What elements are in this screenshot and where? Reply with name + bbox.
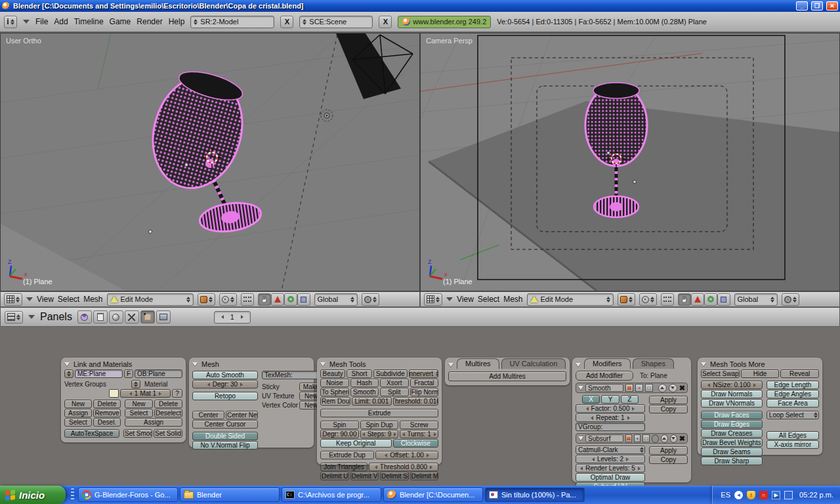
vgroup-deselect-button[interactable]: Desel.: [93, 418, 121, 427]
viewport-type-button[interactable]: [424, 293, 442, 306]
retopo-toggle[interactable]: Retopo: [192, 392, 258, 400]
taskbar-task-folder[interactable]: Blender: [180, 488, 280, 502]
viewport-3d-left[interactable]: Z x User Ortho (1) Plane: [0, 33, 420, 291]
draw-type-button[interactable]: [618, 293, 635, 306]
join-threshold-field[interactable]: Threshold 0.800: [369, 463, 438, 471]
taskbar-task-chrome[interactable]: G-Blender-Foros - Go...: [78, 488, 178, 502]
rotate-manipulator-button[interactable]: [704, 293, 717, 306]
screen-selector[interactable]: SR:2-Model: [190, 16, 274, 28]
mode-dropdown[interactable]: Edit Mode: [107, 293, 194, 306]
pivot-button[interactable]: [639, 293, 657, 306]
draw-faces-toggle[interactable]: Draw Faces: [701, 411, 763, 419]
collapse-triangle-icon[interactable]: [28, 315, 35, 319]
taskbar-task-blender[interactable]: Blender [C:\Documen...: [383, 488, 483, 502]
nsize-field[interactable]: NSize: 0.100: [701, 381, 763, 389]
offset-field[interactable]: Offset: 1.00: [375, 451, 438, 459]
draw-edges-toggle[interactable]: Draw Edges: [701, 420, 763, 429]
minimize-button[interactable]: _: [796, 1, 808, 10]
vgroup-assign-button[interactable]: Assign: [64, 409, 92, 417]
set-smooth-button[interactable]: Set Smoot: [123, 429, 152, 438]
tab-modifiers[interactable]: Modifiers: [584, 358, 631, 369]
smooth-x-toggle[interactable]: X: [582, 395, 600, 404]
restore-button[interactable]: ❐: [811, 1, 823, 10]
proportional-edit-button[interactable]: [661, 293, 674, 306]
render-preview-button[interactable]: [782, 293, 799, 306]
smooth-z-toggle[interactable]: Z: [621, 395, 639, 404]
keep-original-toggle[interactable]: Keep Original: [320, 439, 392, 448]
vgroup-new-button[interactable]: New: [64, 400, 92, 408]
add-multires-button[interactable]: Add Multires: [448, 371, 566, 381]
tab-shapes[interactable]: Shapes: [633, 358, 674, 369]
material-index-field[interactable]: 1 Mat 1: [120, 389, 171, 398]
smooth-vgroup-field[interactable]: VGroup:: [576, 423, 645, 431]
editing-context-button[interactable]: [140, 310, 155, 324]
panel-collapse-icon[interactable]: [576, 363, 581, 367]
to-sphere-button[interactable]: To Sphere: [320, 388, 349, 396]
hash-button[interactable]: Hash: [350, 379, 379, 387]
delimit-uv-toggle[interactable]: Delimit UV: [320, 472, 349, 480]
menu-mesh[interactable]: Mesh: [503, 295, 522, 304]
split-button[interactable]: Split: [380, 388, 409, 396]
smooth-y-toggle[interactable]: Y: [601, 395, 619, 404]
smooth-button[interactable]: Smooth: [350, 388, 379, 396]
collapse-triangle-icon[interactable]: [23, 20, 30, 24]
optimal-draw-toggle[interactable]: Optimal Draw: [576, 473, 645, 482]
subsurf-type-dropdown[interactable]: Catmull-Clark: [576, 446, 645, 454]
rem-doubles-button[interactable]: Rem Doubl: [320, 397, 350, 406]
subdivide-button[interactable]: Subdivide: [373, 369, 408, 378]
taskbar-task-cmd[interactable]: C: C:\Archivos de progr...: [282, 488, 381, 502]
collapse-triangle-icon[interactable]: [446, 297, 453, 301]
mode-dropdown[interactable]: Edit Mode: [527, 293, 614, 306]
draw-vnormals-toggle[interactable]: Draw VNormals: [701, 399, 763, 408]
modifier-name-field[interactable]: Subsurf: [585, 434, 623, 442]
taskbar-task-paint[interactable]: Sin título (100%) - Pa...: [485, 488, 585, 502]
turns-field[interactable]: Turns: 1: [400, 430, 438, 438]
orientation-dropdown[interactable]: Global: [314, 293, 358, 306]
orientation-dropdown[interactable]: Global: [734, 293, 778, 306]
logic-context-button[interactable]: [77, 310, 92, 324]
clockwise-toggle[interactable]: Clockwise: [393, 439, 438, 448]
rotate-manipulator-button[interactable]: [284, 293, 297, 306]
flip-normal-button[interactable]: Flip Normal: [410, 388, 439, 396]
material-browse-button[interactable]: [131, 380, 140, 388]
material-color-swatch[interactable]: [109, 389, 119, 398]
render-toggle-icon[interactable]: [625, 434, 632, 442]
center-new-button[interactable]: Center New: [226, 411, 258, 419]
translate-manipulator-button[interactable]: [271, 293, 284, 306]
viewport-left-canvas[interactable]: Z x: [1, 33, 419, 291]
editmode-toggle-icon[interactable]: □: [645, 384, 653, 392]
spin-dup-button[interactable]: Spin Dup: [360, 421, 399, 429]
x-axis-mirror-toggle[interactable]: X-axis mirror: [766, 440, 819, 449]
center-button[interactable]: Center: [192, 411, 224, 419]
spin-degr-field[interactable]: Degr: 90.00: [320, 430, 359, 438]
subsurf-render-levels-field[interactable]: Render Levels: 5: [576, 464, 645, 472]
extrude-button[interactable]: Extrude: [320, 409, 438, 417]
panel-collapse-icon[interactable]: [701, 362, 706, 366]
media-icon[interactable]: ▶: [772, 491, 780, 499]
panel-collapse-icon[interactable]: [64, 362, 70, 366]
viewport-right-canvas[interactable]: Z x: [421, 33, 839, 291]
xsort-button[interactable]: Xsort: [380, 379, 409, 387]
start-button[interactable]: Inicio: [0, 486, 66, 504]
scale-manipulator-button[interactable]: [297, 293, 310, 306]
delete-modifier-icon[interactable]: ✖: [679, 384, 685, 392]
subsurf-levels-field[interactable]: Levels: 2: [576, 455, 645, 463]
subsurf-apply-button[interactable]: Apply: [649, 446, 688, 455]
smooth-copy-button[interactable]: Copy: [649, 405, 688, 413]
center-cursor-button[interactable]: Center Cursor: [192, 420, 258, 429]
move-down-button[interactable]: [669, 384, 677, 392]
threshold-field[interactable]: Threshold: 0.010: [393, 397, 438, 406]
cache-toggle-icon[interactable]: [652, 434, 659, 443]
fake-user-button[interactable]: F: [124, 369, 133, 378]
render-toggle-icon[interactable]: [625, 384, 633, 392]
shading-context-button[interactable]: [109, 310, 123, 324]
modifier-expand-icon[interactable]: [578, 386, 583, 390]
move-up-button[interactable]: [658, 384, 667, 392]
window-type-button[interactable]: [5, 311, 23, 324]
viewport-3d-right[interactable]: Z x Camera Persp (1) Plane: [420, 33, 840, 291]
modifier-name-field[interactable]: Smooth: [585, 384, 623, 392]
subsurf-copy-button[interactable]: Copy: [649, 455, 688, 464]
mesh-browse-button[interactable]: [64, 369, 74, 378]
menu-view[interactable]: View: [37, 295, 54, 304]
network-monitor-icon[interactable]: [784, 491, 793, 499]
